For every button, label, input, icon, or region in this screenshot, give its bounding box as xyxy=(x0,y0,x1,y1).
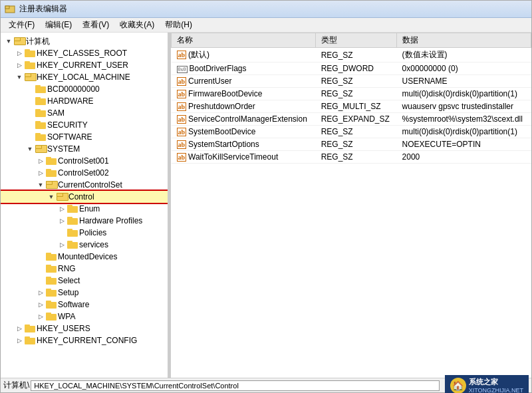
tree-item-enum[interactable]: ▷ Enum xyxy=(1,203,168,215)
expand-computer[interactable]: ▼ xyxy=(3,36,14,47)
folder-icon-mounteddevices xyxy=(46,252,57,261)
expand-cs001[interactable]: ▷ xyxy=(35,156,46,166)
tree-item-policies[interactable]: Policies xyxy=(1,227,168,239)
expand-hwprofiles[interactable]: ▷ xyxy=(57,215,67,226)
reg-type-icon: ab xyxy=(177,128,187,136)
title-bar-icon xyxy=(5,4,15,15)
menu-view[interactable]: 查看(V) xyxy=(77,18,114,32)
reg-name-cell: abSystemBootDevice xyxy=(172,126,316,138)
expand-sam[interactable] xyxy=(25,108,35,118)
folder-icon-enum xyxy=(67,204,78,213)
expand-mounteddevices[interactable] xyxy=(35,251,46,262)
reg-type-icon: ab xyxy=(177,51,187,59)
tree-label-rng: RNG xyxy=(58,264,76,273)
tree-item-software-hklm[interactable]: SOFTWARE xyxy=(1,131,168,143)
col-header-type[interactable]: 类型 xyxy=(316,33,397,48)
reg-data-cell: multi(0)disk(0)rdisk(0)partition(1) xyxy=(397,126,531,138)
tree-item-hkcc[interactable]: ▷ HKEY_CURRENT_CONFIG xyxy=(1,334,168,346)
tree-item-computer[interactable]: ▼ 计算机 xyxy=(1,35,168,47)
folder-icon-wpa xyxy=(46,312,57,321)
tree-item-hardware[interactable]: HARDWARE xyxy=(1,95,168,107)
menu-help[interactable]: 帮助(H) xyxy=(160,18,198,32)
reg-type-cell: REG_SZ xyxy=(316,138,397,151)
expand-ccs[interactable]: ▼ xyxy=(35,180,46,190)
folder-icon-system xyxy=(35,144,46,154)
expand-hkcr[interactable]: ▷ xyxy=(14,48,25,59)
col-header-data[interactable]: 数据 xyxy=(397,33,531,48)
tree-item-software2[interactable]: ▷ Software xyxy=(1,299,168,311)
reg-data-cell: 0x00000000 (0) xyxy=(397,63,531,75)
tree-item-control[interactable]: ▼ Control xyxy=(1,191,168,203)
expand-hardware[interactable] xyxy=(25,96,35,106)
reg-name-text: FirmwareBootDevice xyxy=(188,89,262,98)
table-row[interactable]: abSystemStartOptionsREG_SZ NOEXECUTE=OPT… xyxy=(172,138,531,151)
folder-icon-sam xyxy=(35,108,46,118)
folder-icon-ccs xyxy=(46,180,57,190)
expand-security[interactable] xyxy=(25,120,35,130)
reg-type-cell: REG_MULTI_SZ xyxy=(316,100,397,113)
table-row[interactable]: abCurrentUserREG_SZUSERNAME xyxy=(172,75,531,88)
expand-software2[interactable]: ▷ xyxy=(35,299,46,310)
expand-control[interactable]: ▼ xyxy=(46,192,57,202)
table-row[interactable]: 0x0BootDriverFlagsREG_DWORD0x00000000 (0… xyxy=(172,63,531,75)
table-row[interactable]: abSystemBootDeviceREG_SZmulti(0)disk(0)r… xyxy=(172,126,531,138)
expand-policies[interactable] xyxy=(57,227,67,238)
tree-label-services: services xyxy=(79,240,108,249)
reg-data-cell: wuauserv gpsvc trustedinstaller xyxy=(397,100,531,113)
menu-edit[interactable]: 编辑(E) xyxy=(40,18,77,32)
table-row[interactable]: abServiceControlManagerExtensionREG_EXPA… xyxy=(172,113,531,126)
tree-item-cs001[interactable]: ▷ ControlSet001 xyxy=(1,155,168,167)
reg-name-text: BootDriverFlags xyxy=(190,64,247,73)
expand-enum[interactable]: ▷ xyxy=(57,203,67,214)
expand-rng[interactable] xyxy=(35,263,46,274)
expand-hku[interactable]: ▷ xyxy=(14,323,25,334)
expand-services[interactable]: ▷ xyxy=(57,239,67,250)
table-row[interactable]: abWaitToKillServiceTimeoutREG_SZ2000 xyxy=(172,151,531,164)
expand-cs002[interactable]: ▷ xyxy=(35,168,46,178)
tree-item-setup[interactable]: ▷ Setup xyxy=(1,287,168,299)
tree-item-wpa[interactable]: ▷ WPA xyxy=(1,311,168,323)
tree-label-hkcr: HKEY_CLASSES_ROOT xyxy=(37,49,127,58)
tree-item-hwprofiles[interactable]: ▷ Hardware Profiles xyxy=(1,215,168,227)
table-row[interactable]: abPreshutdownOrderREG_MULTI_SZwuauserv g… xyxy=(172,100,531,113)
tree-label-hardware: HARDWARE xyxy=(47,96,94,106)
tree-item-select[interactable]: Select xyxy=(1,275,168,287)
expand-hkcc[interactable]: ▷ xyxy=(14,335,25,346)
tree-item-ccs[interactable]: ▼ CurrentControlSet xyxy=(1,179,168,191)
expand-setup[interactable]: ▷ xyxy=(35,287,46,298)
svg-rect-1 xyxy=(5,6,9,9)
col-header-name[interactable]: 名称 xyxy=(172,33,316,48)
menu-favorites[interactable]: 收藏夹(A) xyxy=(114,18,160,32)
expand-bcd[interactable] xyxy=(25,84,35,94)
tree-item-hkcr[interactable]: ▷ HKEY_CLASSES_ROOT xyxy=(1,47,168,59)
tree-item-system[interactable]: ▼ SYSTEM xyxy=(1,143,168,155)
tree-label-sam: SAM xyxy=(47,108,65,118)
tree-item-mounteddevices[interactable]: MountedDevices xyxy=(1,251,168,263)
reg-type-cell: REG_EXPAND_SZ xyxy=(316,113,397,126)
tree-item-sam[interactable]: SAM xyxy=(1,107,168,119)
tree-item-security[interactable]: SECURITY xyxy=(1,119,168,131)
reg-type-icon: 0x0 xyxy=(177,66,188,73)
reg-type-cell: REG_SZ xyxy=(316,75,397,88)
tree-item-hku[interactable]: ▷ HKEY_USERS xyxy=(1,323,168,334)
menu-file[interactable]: 文件(F) xyxy=(3,18,40,32)
expand-wpa[interactable]: ▷ xyxy=(35,311,46,322)
reg-type-icon: ab xyxy=(177,153,187,162)
expand-system[interactable]: ▼ xyxy=(25,144,35,154)
expand-hklm[interactable]: ▼ xyxy=(14,72,25,82)
reg-name-text: ServiceControlManagerExtension xyxy=(188,114,307,124)
tree-item-hklm[interactable]: ▼ HKEY_LOCAL_MACHINE xyxy=(1,71,168,83)
table-row[interactable]: abFirmwareBootDeviceREG_SZmulti(0)disk(0… xyxy=(172,88,531,100)
tree-item-bcd[interactable]: BCD00000000 xyxy=(1,83,168,95)
tree-item-cs002[interactable]: ▷ ControlSet002 xyxy=(1,167,168,179)
expand-software-hklm[interactable] xyxy=(25,132,35,142)
expand-hkcu[interactable]: ▷ xyxy=(14,60,25,70)
tree-label-software2: Software xyxy=(58,300,89,309)
tree-item-services[interactable]: ▷ services xyxy=(1,239,168,251)
folder-icon-hklm xyxy=(25,72,35,82)
table-row[interactable]: ab(默认)REG_SZ(数值未设置) xyxy=(172,48,531,63)
tree-item-rng[interactable]: RNG xyxy=(1,263,168,275)
expand-select[interactable] xyxy=(35,275,46,286)
tree-label-cs001: ControlSet001 xyxy=(58,156,109,166)
tree-item-hkcu[interactable]: ▷ HKEY_CURRENT_USER xyxy=(1,59,168,71)
